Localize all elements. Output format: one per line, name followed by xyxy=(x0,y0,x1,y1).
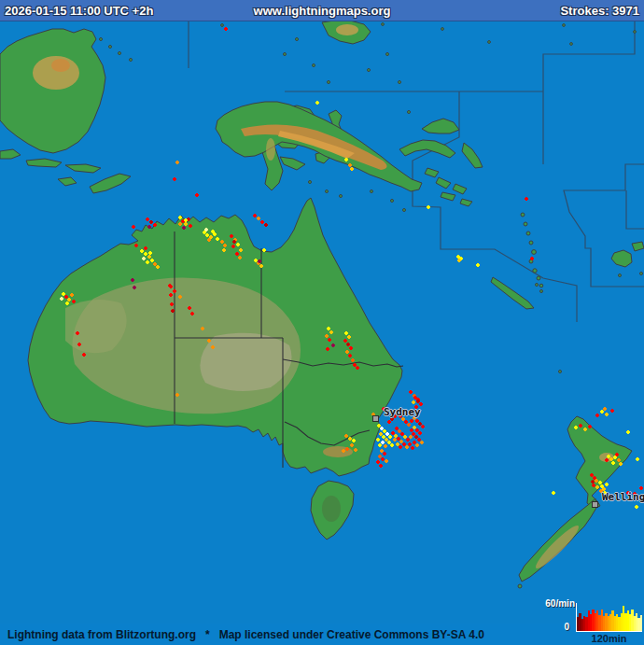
strike-rate-histogram xyxy=(576,603,642,632)
lightning-map-app: SydneyWellington 2026-01-15 11:00 UTC +2… xyxy=(0,0,644,645)
city-marker-sydney xyxy=(372,415,379,422)
legend-xspan-label: 120min xyxy=(576,633,642,644)
separator: * xyxy=(205,628,210,641)
histogram-bar xyxy=(640,615,642,631)
legend-ymax-label: 60/min xyxy=(545,598,575,609)
site-title: www.lightningmaps.org xyxy=(0,4,644,18)
city-label-wellington: Wellington xyxy=(602,491,644,503)
top-bar: 2026-01-15 11:00 UTC +2h www.lightningma… xyxy=(0,0,644,21)
legend-ymin-label: 0 xyxy=(564,622,569,632)
strike-rate-legend: 60/min 0 120min xyxy=(537,597,644,645)
city-label-sydney: Sydney xyxy=(384,406,421,418)
map-canvas[interactable] xyxy=(0,0,644,645)
license-text: Map licensed under Creative Commons BY-S… xyxy=(219,628,484,641)
city-marker-wellington xyxy=(592,501,598,508)
strokes-counter: Strokes: 3971 xyxy=(560,4,639,18)
attribution-text: Lightning data from Blitzortung.org xyxy=(7,628,196,641)
